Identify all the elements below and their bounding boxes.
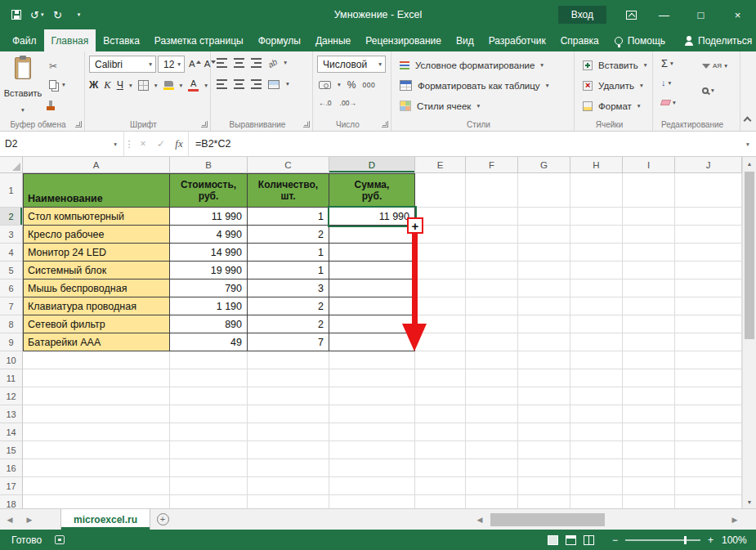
cell-E6[interactable] [415,279,466,297]
minimize-button[interactable]: — [646,0,682,29]
cell-B1[interactable]: Стоимость, руб. [170,173,248,208]
cell-H17[interactable] [570,477,623,495]
column-header-B[interactable]: B [170,157,248,173]
cell-H12[interactable] [570,387,623,405]
cell-A18[interactable] [23,495,170,508]
cell-A7[interactable]: Клавиатура проводная [23,297,170,315]
cell-F2[interactable] [466,208,518,226]
fill-color-button[interactable] [163,81,174,90]
cell-D13[interactable] [329,405,415,423]
tab-вид[interactable]: Вид [449,29,481,51]
cell-A15[interactable] [23,441,170,459]
cell-E17[interactable] [415,477,466,495]
cell-B16[interactable] [170,459,248,477]
align-center-button[interactable] [234,79,244,89]
row-header-8[interactable]: 8 [0,315,23,333]
cell-B2[interactable]: 11 990 [170,208,248,226]
cell-H11[interactable] [570,369,623,387]
cell-H16[interactable] [570,459,623,477]
cell-F13[interactable] [466,405,518,423]
cell-I10[interactable] [623,351,675,369]
cut-button[interactable]: ✂ [47,59,67,73]
cell-A1[interactable]: Наименование [23,173,170,208]
cell-E10[interactable] [415,351,466,369]
cell-C7[interactable]: 2 [248,297,329,315]
row-header-11[interactable]: 11 [0,369,23,387]
cell-styles-button[interactable]: Стили ячеек▾ [396,96,552,116]
row-header-16[interactable]: 16 [0,459,23,477]
redo-button[interactable]: ↻ [51,6,64,24]
accounting-format-button[interactable] [319,81,331,89]
cell-D3[interactable] [329,226,415,244]
collapse-ribbon-button[interactable] [744,117,752,125]
cell-D1[interactable]: Сумма, руб. [329,173,415,208]
cell-J7[interactable] [675,297,742,315]
cell-D15[interactable] [329,441,415,459]
format-as-table-button[interactable]: Форматировать как таблицу▾ [396,75,552,96]
cell-B17[interactable] [170,477,248,495]
cell-A17[interactable] [23,477,170,495]
zoom-level[interactable]: 100% [722,534,756,546]
cell-I9[interactable] [623,333,675,351]
cell-G13[interactable] [518,405,570,423]
cell-F12[interactable] [466,387,518,405]
column-header-C[interactable]: C [248,157,329,173]
insert-function-button[interactable]: fx [170,132,188,156]
share-button[interactable]: Поделиться [673,29,756,51]
cell-H10[interactable] [570,351,623,369]
cell-D4[interactable] [329,244,415,262]
cell-J15[interactable] [675,441,742,459]
cell-B6[interactable]: 790 [170,279,248,297]
clear-button[interactable]: ▾ [660,96,678,110]
fill-button[interactable]: ↓▾ [660,76,678,90]
zoom-slider[interactable] [625,539,700,541]
cell-H1[interactable] [570,173,623,208]
cell-G8[interactable] [518,315,570,333]
cell-A11[interactable] [23,369,170,387]
number-format-combo[interactable]: Числовой▾ [317,56,386,73]
align-top-button[interactable] [217,58,227,68]
cell-H15[interactable] [570,441,623,459]
cell-G6[interactable] [518,279,570,297]
enter-button[interactable]: ✓ [152,132,170,156]
cell-C17[interactable] [248,477,329,495]
italic-button[interactable]: К [104,80,110,91]
cell-A13[interactable] [23,405,170,423]
cell-F8[interactable] [466,315,518,333]
cell-J4[interactable] [675,244,742,262]
cell-B13[interactable] [170,405,248,423]
cell-E5[interactable] [415,262,466,279]
cell-J17[interactable] [675,477,742,495]
cell-C15[interactable] [248,441,329,459]
maximize-button[interactable]: □ [682,0,719,29]
cell-B5[interactable]: 19 990 [170,262,248,279]
cell-E14[interactable] [415,423,466,441]
row-header-13[interactable]: 13 [0,405,23,423]
column-header-A[interactable]: A [23,157,170,173]
cell-C3[interactable]: 2 [248,226,329,244]
hscroll-left-button[interactable]: ◀ [472,509,487,530]
insert-cells-button[interactable]: Вставить▾ [579,55,651,75]
cell-G3[interactable] [518,226,570,244]
cell-D5[interactable] [329,262,415,279]
normal-view-button[interactable] [548,535,558,545]
cell-C18[interactable] [248,495,329,508]
format-cells-button[interactable]: Формат▾ [579,96,651,116]
cell-F7[interactable] [466,297,518,315]
cell-E11[interactable] [415,369,466,387]
cell-H9[interactable] [570,333,623,351]
cell-G7[interactable] [518,297,570,315]
cell-G17[interactable] [518,477,570,495]
cell-I6[interactable] [623,279,675,297]
cell-G10[interactable] [518,351,570,369]
cell-J10[interactable] [675,351,742,369]
cell-C16[interactable] [248,459,329,477]
cell-F4[interactable] [466,244,518,262]
column-header-I[interactable]: I [623,157,675,173]
cell-F11[interactable] [466,369,518,387]
vscroll-down-button[interactable]: ▼ [743,495,756,508]
cell-C2[interactable]: 1 [248,208,329,226]
tab-разметка-страницы[interactable]: Разметка страницы [147,29,251,51]
format-painter-button[interactable] [47,96,67,110]
page-break-view-button[interactable] [584,535,594,545]
